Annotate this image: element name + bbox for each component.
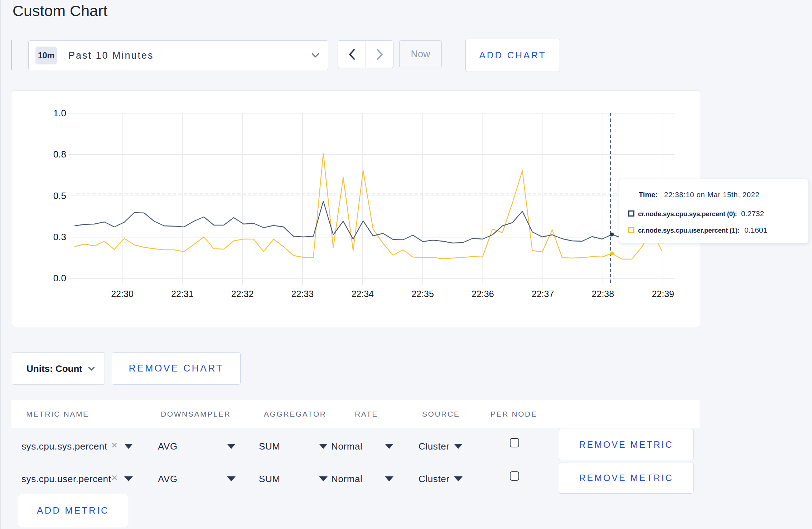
svg-text:22:34: 22:34 (351, 289, 374, 299)
svg-text:22:30: 22:30 (111, 289, 134, 299)
svg-text:0.0: 0.0 (53, 273, 66, 283)
svg-text:0.8: 0.8 (53, 149, 66, 160)
svg-text:22:31: 22:31 (171, 289, 194, 299)
svg-text:22:32: 22:32 (231, 289, 254, 299)
svg-text:22:36: 22:36 (472, 289, 494, 299)
svg-text:0.3: 0.3 (53, 232, 66, 242)
svg-text:1.0: 1.0 (53, 108, 66, 118)
svg-text:22:38: 22:38 (592, 289, 614, 299)
svg-text:22:33: 22:33 (291, 289, 314, 299)
svg-text:0.5: 0.5 (53, 190, 66, 201)
svg-text:22:35: 22:35 (411, 289, 434, 299)
svg-text:22:37: 22:37 (532, 289, 554, 299)
svg-text:22:39: 22:39 (652, 289, 674, 299)
